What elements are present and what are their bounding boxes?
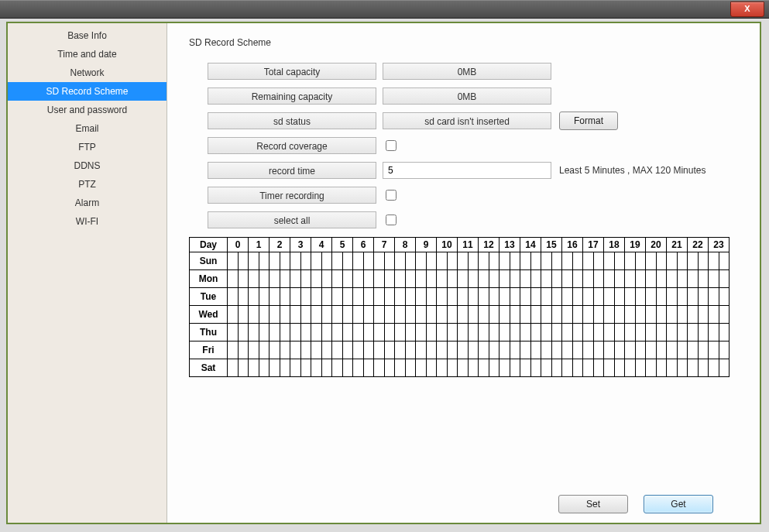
select-all-checkbox[interactable] <box>386 215 397 225</box>
schedule-cell-mon-15[interactable] <box>541 270 562 288</box>
schedule-cell-sun-17[interactable] <box>583 252 604 270</box>
schedule-cell-thu-1[interactable] <box>249 324 269 342</box>
schedule-cell-mon-0[interactable] <box>228 270 249 288</box>
schedule-cell-wed-17[interactable] <box>583 306 604 324</box>
schedule-cell-tue-5[interactable] <box>332 288 353 306</box>
schedule-cell-tue-18[interactable] <box>604 288 625 306</box>
schedule-cell-mon-18[interactable] <box>604 270 625 288</box>
schedule-cell-sun-13[interactable] <box>500 252 520 270</box>
schedule-cell-tue-22[interactable] <box>688 288 709 306</box>
schedule-cell-wed-1[interactable] <box>249 306 269 324</box>
schedule-cell-thu-8[interactable] <box>395 324 416 342</box>
schedule-cell-sat-12[interactable] <box>479 359 500 377</box>
schedule-cell-wed-18[interactable] <box>604 306 625 324</box>
schedule-cell-sat-0[interactable] <box>228 359 249 377</box>
schedule-cell-wed-13[interactable] <box>500 306 520 324</box>
schedule-cell-wed-11[interactable] <box>458 306 479 324</box>
schedule-cell-thu-11[interactable] <box>458 324 479 342</box>
schedule-cell-fri-16[interactable] <box>562 342 583 359</box>
schedule-cell-fri-4[interactable] <box>311 342 332 359</box>
schedule-cell-sat-23[interactable] <box>709 359 730 377</box>
schedule-cell-mon-4[interactable] <box>311 270 332 288</box>
schedule-cell-fri-1[interactable] <box>249 342 269 359</box>
schedule-cell-wed-0[interactable] <box>228 306 249 324</box>
schedule-cell-mon-17[interactable] <box>583 270 604 288</box>
schedule-cell-sat-2[interactable] <box>269 359 290 377</box>
schedule-cell-fri-15[interactable] <box>541 342 562 359</box>
schedule-cell-mon-1[interactable] <box>249 270 269 288</box>
schedule-cell-sun-19[interactable] <box>625 252 646 270</box>
schedule-cell-sun-5[interactable] <box>332 252 353 270</box>
schedule-cell-thu-20[interactable] <box>646 324 667 342</box>
schedule-cell-sun-6[interactable] <box>353 252 374 270</box>
schedule-cell-wed-8[interactable] <box>395 306 416 324</box>
schedule-cell-tue-1[interactable] <box>249 288 269 306</box>
schedule-cell-sat-3[interactable] <box>290 359 311 377</box>
schedule-cell-fri-6[interactable] <box>353 342 374 359</box>
schedule-cell-tue-11[interactable] <box>458 288 479 306</box>
schedule-cell-tue-17[interactable] <box>583 288 604 306</box>
schedule-cell-tue-15[interactable] <box>541 288 562 306</box>
schedule-cell-mon-12[interactable] <box>479 270 500 288</box>
schedule-cell-fri-13[interactable] <box>500 342 520 359</box>
schedule-cell-thu-13[interactable] <box>500 324 520 342</box>
schedule-cell-mon-11[interactable] <box>458 270 479 288</box>
schedule-cell-mon-7[interactable] <box>374 270 395 288</box>
schedule-cell-sat-21[interactable] <box>667 359 688 377</box>
schedule-cell-tue-14[interactable] <box>520 288 541 306</box>
schedule-cell-sat-15[interactable] <box>541 359 562 377</box>
schedule-cell-sat-9[interactable] <box>416 359 437 377</box>
schedule-cell-fri-7[interactable] <box>374 342 395 359</box>
schedule-cell-thu-9[interactable] <box>416 324 437 342</box>
schedule-cell-sat-4[interactable] <box>311 359 332 377</box>
schedule-cell-thu-18[interactable] <box>604 324 625 342</box>
schedule-cell-fri-17[interactable] <box>583 342 604 359</box>
schedule-cell-thu-16[interactable] <box>562 324 583 342</box>
schedule-cell-tue-19[interactable] <box>625 288 646 306</box>
schedule-cell-sat-22[interactable] <box>688 359 709 377</box>
schedule-cell-thu-3[interactable] <box>290 324 311 342</box>
schedule-cell-sat-13[interactable] <box>500 359 520 377</box>
schedule-cell-mon-16[interactable] <box>562 270 583 288</box>
schedule-cell-mon-10[interactable] <box>437 270 458 288</box>
schedule-cell-fri-2[interactable] <box>269 342 290 359</box>
schedule-cell-sun-1[interactable] <box>249 252 269 270</box>
schedule-cell-wed-14[interactable] <box>520 306 541 324</box>
schedule-cell-sun-18[interactable] <box>604 252 625 270</box>
sidebar-item-5[interactable]: Email <box>8 119 167 138</box>
schedule-cell-tue-0[interactable] <box>228 288 249 306</box>
get-button[interactable]: Get <box>644 495 713 513</box>
schedule-cell-mon-5[interactable] <box>332 270 353 288</box>
schedule-cell-fri-9[interactable] <box>416 342 437 359</box>
schedule-cell-sat-6[interactable] <box>353 359 374 377</box>
schedule-cell-wed-15[interactable] <box>541 306 562 324</box>
schedule-cell-wed-16[interactable] <box>562 306 583 324</box>
schedule-cell-wed-22[interactable] <box>688 306 709 324</box>
schedule-cell-tue-2[interactable] <box>269 288 290 306</box>
schedule-cell-sat-7[interactable] <box>374 359 395 377</box>
sidebar-item-6[interactable]: FTP <box>8 138 167 156</box>
schedule-cell-tue-23[interactable] <box>709 288 730 306</box>
schedule-cell-fri-0[interactable] <box>228 342 249 359</box>
schedule-cell-thu-0[interactable] <box>228 324 249 342</box>
schedule-cell-tue-8[interactable] <box>395 288 416 306</box>
schedule-cell-fri-19[interactable] <box>625 342 646 359</box>
schedule-cell-tue-21[interactable] <box>667 288 688 306</box>
schedule-cell-thu-12[interactable] <box>479 324 500 342</box>
schedule-cell-wed-10[interactable] <box>437 306 458 324</box>
schedule-cell-sun-9[interactable] <box>416 252 437 270</box>
schedule-cell-sat-1[interactable] <box>249 359 269 377</box>
schedule-cell-thu-21[interactable] <box>667 324 688 342</box>
schedule-cell-mon-22[interactable] <box>688 270 709 288</box>
close-button[interactable]: X <box>730 2 764 17</box>
schedule-cell-thu-2[interactable] <box>269 324 290 342</box>
sidebar-item-1[interactable]: Time and date <box>8 45 167 63</box>
schedule-cell-thu-23[interactable] <box>709 324 730 342</box>
schedule-cell-fri-14[interactable] <box>520 342 541 359</box>
schedule-cell-tue-20[interactable] <box>646 288 667 306</box>
schedule-cell-wed-12[interactable] <box>479 306 500 324</box>
schedule-cell-sun-15[interactable] <box>541 252 562 270</box>
schedule-cell-mon-9[interactable] <box>416 270 437 288</box>
sidebar-item-8[interactable]: PTZ <box>8 175 167 194</box>
schedule-cell-fri-11[interactable] <box>458 342 479 359</box>
